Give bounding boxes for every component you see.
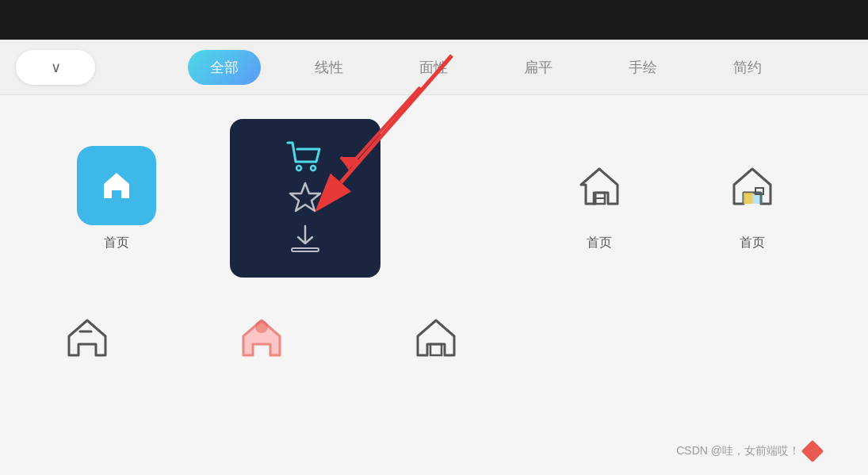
svg-rect-11 [744,193,753,204]
home-door-icon [410,311,462,363]
tab-flat[interactable]: 扁平 [502,50,575,85]
cart-icon [285,140,326,176]
home-colored-box [713,146,792,225]
tab-linear[interactable]: 线性 [293,50,365,85]
list-item[interactable]: 首页 [713,146,792,251]
icon-label: 首页 [587,235,612,251]
svg-point-14 [255,320,268,333]
main-content: 首页 [0,95,868,475]
star-icon-wrapper [286,180,324,216]
home-blue-icon [96,165,137,206]
csdn-diamond-icon [801,440,824,462]
home-colored-icon [725,158,780,213]
chevron-down-icon: ∨ [51,59,61,76]
home-door-box [396,301,476,373]
cart-icon-wrapper [285,140,326,176]
icon-label: 首页 [104,235,129,251]
top-bar [0,0,868,40]
icon-label: 首页 [740,235,765,251]
star-icon [286,180,324,216]
filter-bar: ∨ 全部 线性 面性 扁平 手绘 简约 [0,40,868,95]
tab-simple[interactable]: 简约 [711,50,784,85]
download-icon-wrapper [287,221,323,258]
home-red-icon [235,311,288,363]
watermark-text: CSDN @哇，女前端哎！ [676,444,800,458]
svg-rect-15 [430,344,442,355]
tab-fill[interactable]: 面性 [397,50,470,85]
list-item[interactable] [222,301,301,373]
home-red-box [222,301,301,373]
list-item[interactable] [48,301,127,373]
filter-tabs: 全部 线性 面性 扁平 手绘 简约 [119,50,852,85]
list-item[interactable]: 首页 [77,146,156,251]
svg-rect-10 [594,197,605,199]
watermark: CSDN @哇，女前端哎！ [676,443,820,459]
tab-handdrawn[interactable]: 手绘 [606,50,679,85]
dropdown-button[interactable]: ∨ [16,50,95,85]
list-item[interactable] [396,301,476,373]
svg-point-1 [311,166,315,170]
home-minus-box [48,301,127,373]
tab-all[interactable]: 全部 [188,50,261,85]
list-item[interactable]: 首页 [560,146,639,251]
svg-rect-2 [292,248,319,251]
dark-card-container [230,119,380,278]
home-outline-icon [572,158,627,213]
icon-row-2 [48,301,820,373]
home-blue-box [77,146,156,225]
home-minus-icon [61,311,113,363]
download-icon [287,221,323,258]
home-outline-box [560,146,639,225]
svg-point-0 [296,166,301,170]
icon-row-1: 首页 [48,119,820,278]
dark-icon-card[interactable] [230,119,380,278]
